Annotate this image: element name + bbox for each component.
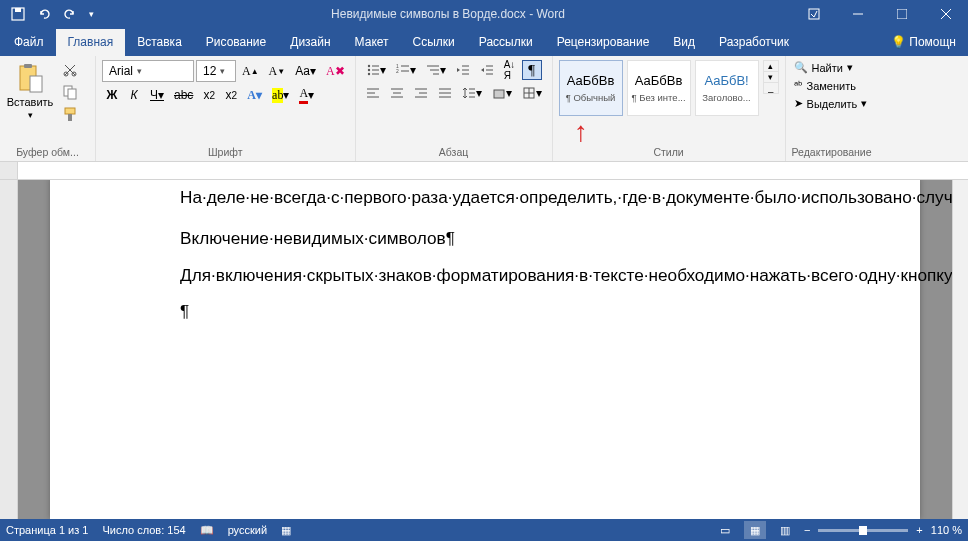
borders-button[interactable]: ▾ — [518, 83, 546, 103]
tab-view[interactable]: Вид — [661, 29, 707, 56]
strikethrough-button[interactable]: abc — [170, 85, 197, 105]
grow-font-button[interactable]: A▲ — [238, 61, 263, 81]
tab-file[interactable]: Файл — [2, 29, 56, 56]
zoom-level[interactable]: 110 % — [931, 524, 962, 536]
language-indicator[interactable]: русский — [228, 524, 267, 536]
scroll-down-icon[interactable]: ▾ — [764, 71, 778, 82]
paragraph[interactable]: Для·включения·скрытых·знаков·форматирова… — [180, 264, 880, 287]
tab-mailings[interactable]: Рассылки — [467, 29, 545, 56]
font-size-combo[interactable]: 12▾ — [196, 60, 236, 82]
select-button[interactable]: ➤Выделить ▾ — [792, 96, 870, 111]
page[interactable]: На·деле·не·всегда·с·первого·раза·удается… — [50, 180, 920, 519]
svg-rect-50 — [494, 90, 504, 98]
svg-rect-14 — [65, 108, 75, 114]
styles-gallery-more[interactable]: ▴ ▾ ⎯ — [763, 60, 779, 94]
tab-review[interactable]: Рецензирование — [545, 29, 662, 56]
style-heading1[interactable]: АаБбВ! Заголово... — [695, 60, 759, 116]
tab-developer[interactable]: Разработчик — [707, 29, 801, 56]
ribbon: Вставить ▾ Буфер обм... Arial▾ 12▾ A▲ A▼… — [0, 56, 968, 162]
web-layout-button[interactable]: ▥ — [774, 521, 796, 539]
style-name: Заголово... — [697, 92, 757, 103]
subscript-button[interactable]: x2 — [199, 85, 219, 105]
minimize-button[interactable] — [836, 0, 880, 28]
word-count[interactable]: Число слов: 154 — [102, 524, 185, 536]
tab-insert[interactable]: Вставка — [125, 29, 194, 56]
replace-button[interactable]: ᵃᵇЗаменить — [792, 78, 870, 93]
tell-me-label: Помощн — [909, 35, 956, 49]
horizontal-ruler[interactable] — [0, 162, 968, 180]
tab-layout[interactable]: Макет — [343, 29, 401, 56]
group-font-label: Шрифт — [102, 145, 349, 159]
ribbon-options-button[interactable] — [792, 0, 836, 28]
shrink-font-button[interactable]: A▼ — [265, 61, 290, 81]
increase-indent-button[interactable] — [476, 60, 498, 80]
maximize-button[interactable] — [880, 0, 924, 28]
highlight-button[interactable]: ab▾ — [268, 85, 293, 105]
superscript-button[interactable]: x2 — [221, 85, 241, 105]
paste-button[interactable]: Вставить ▾ — [6, 60, 54, 122]
vertical-ruler[interactable] — [0, 180, 18, 519]
align-right-button[interactable] — [410, 83, 432, 103]
zoom-in-button[interactable]: + — [916, 524, 922, 536]
align-left-button[interactable] — [362, 83, 384, 103]
svg-text:2: 2 — [396, 68, 399, 74]
ribbon-tabs: Файл Главная Вставка Рисование Дизайн Ма… — [0, 28, 968, 56]
style-preview: АаБбВв — [635, 73, 683, 88]
copy-button[interactable] — [58, 82, 82, 102]
decrease-indent-button[interactable] — [452, 60, 474, 80]
clear-formatting-button[interactable]: A✖ — [322, 61, 349, 81]
expand-icon[interactable]: ⎯ — [764, 82, 778, 93]
style-normal[interactable]: АаБбВв ¶ Обычный — [559, 60, 623, 116]
underline-button[interactable]: Ч▾ — [146, 85, 168, 105]
justify-button[interactable] — [434, 83, 456, 103]
numbering-button[interactable]: 12▾ — [392, 60, 420, 80]
cut-button[interactable] — [58, 60, 82, 80]
align-center-button[interactable] — [386, 83, 408, 103]
ruler-corner — [0, 162, 18, 179]
svg-rect-1 — [15, 8, 21, 12]
style-no-spacing[interactable]: АаБбВв ¶ Без инте... — [627, 60, 691, 116]
font-color-button[interactable]: A▾ — [295, 85, 318, 105]
text-effects-button[interactable]: A▾ — [243, 85, 266, 105]
style-name: ¶ Без инте... — [629, 92, 689, 103]
find-button[interactable]: 🔍Найти ▾ — [792, 60, 870, 75]
page-count[interactable]: Страница 1 из 1 — [6, 524, 88, 536]
zoom-out-button[interactable]: − — [804, 524, 810, 536]
line-spacing-button[interactable]: ▾ — [458, 83, 486, 103]
sort-button[interactable]: A↓Я — [500, 60, 520, 80]
bullets-button[interactable]: ▾ — [362, 60, 390, 80]
spell-check-icon[interactable]: 📖 — [200, 524, 214, 537]
tab-references[interactable]: Ссылки — [401, 29, 467, 56]
group-clipboard: Вставить ▾ Буфер обм... — [0, 56, 96, 161]
change-case-button[interactable]: Aa▾ — [291, 61, 320, 81]
undo-button[interactable] — [32, 2, 56, 26]
paragraph[interactable]: На·деле·не·всегда·с·первого·раза·удается… — [180, 186, 880, 209]
format-painter-button[interactable] — [58, 104, 82, 124]
bold-button[interactable]: Ж — [102, 85, 122, 105]
close-button[interactable] — [924, 0, 968, 28]
multilevel-list-button[interactable]: ▾ — [422, 60, 450, 80]
font-name-combo[interactable]: Arial▾ — [102, 60, 194, 82]
tab-design[interactable]: Дизайн — [278, 29, 342, 56]
tab-draw[interactable]: Рисование — [194, 29, 278, 56]
show-hide-marks-button[interactable]: ¶ — [522, 60, 542, 80]
page-scroll[interactable]: На·деле·не·всегда·с·первого·раза·удается… — [18, 180, 952, 519]
save-button[interactable] — [6, 2, 30, 26]
macro-indicator[interactable]: ▦ — [281, 524, 291, 537]
redo-button[interactable] — [58, 2, 82, 26]
zoom-slider[interactable] — [818, 529, 908, 532]
group-clipboard-label: Буфер обм... — [6, 145, 89, 159]
vertical-scrollbar[interactable] — [952, 180, 968, 519]
document-area: На·деле·не·всегда·с·первого·раза·удается… — [0, 180, 968, 519]
qat-customize[interactable]: ▾ — [84, 2, 98, 26]
chevron-down-icon: ▾ — [137, 66, 142, 76]
tell-me[interactable]: 💡 Помощн — [879, 29, 968, 56]
print-layout-button[interactable]: ▦ — [744, 521, 766, 539]
scroll-up-icon[interactable]: ▴ — [764, 61, 778, 71]
shading-button[interactable]: ▾ — [488, 83, 516, 103]
heading[interactable]: Включение·невидимых·символов¶ — [180, 227, 880, 250]
tab-home[interactable]: Главная — [56, 29, 126, 56]
read-mode-button[interactable]: ▭ — [714, 521, 736, 539]
paragraph[interactable]: ¶ — [180, 300, 880, 323]
italic-button[interactable]: К — [124, 85, 144, 105]
